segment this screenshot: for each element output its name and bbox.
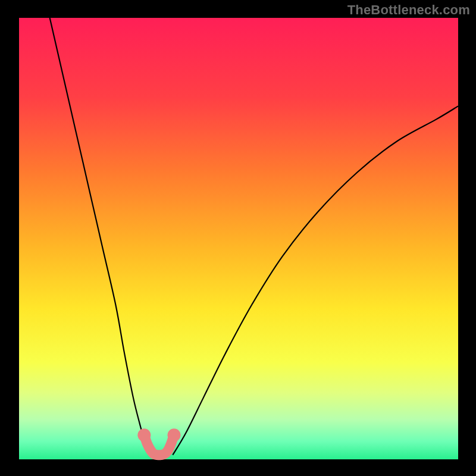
- gradient-background: [19, 18, 458, 459]
- pink-end-right: [168, 428, 181, 441]
- pink-end-left: [137, 428, 151, 441]
- chart-stage: TheBottleneck.com: [0, 0, 476, 476]
- watermark-text: TheBottleneck.com: [347, 2, 470, 18]
- bottleneck-chart: [0, 0, 476, 476]
